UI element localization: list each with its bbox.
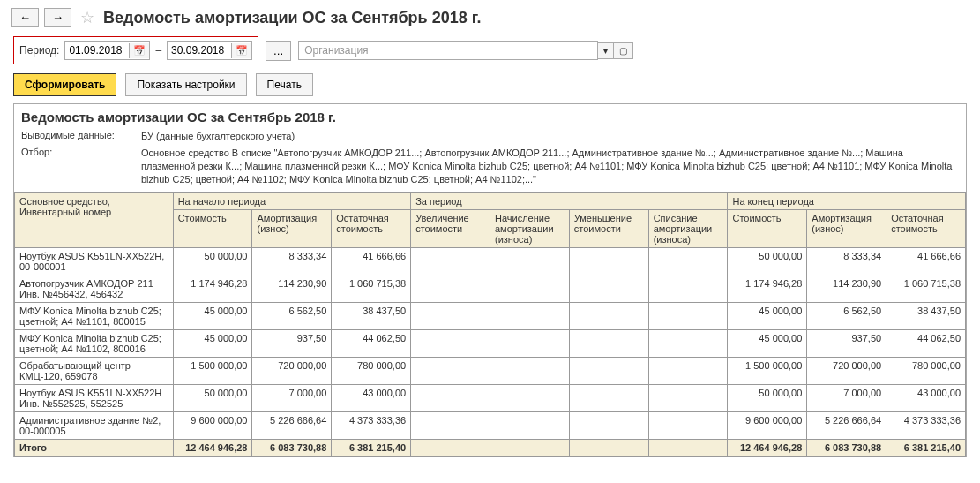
cell-e-res: 1 060 715,38 — [886, 275, 966, 303]
cell-wo — [648, 303, 728, 330]
cell-e-res: 4 373 333,36 — [886, 412, 966, 440]
cell-e-cost: 1 174 946,28 — [728, 275, 807, 303]
cell-wo — [648, 330, 728, 358]
cell-wo — [648, 275, 728, 303]
cell-wo — [648, 385, 728, 412]
report-table: Основное средство, Инвентарный номер На … — [14, 192, 966, 457]
cell-e-res: 38 437,50 — [886, 303, 966, 330]
table-row[interactable]: Ноутбук ASUS K551LN-XX522H, 00-00000150 … — [15, 248, 966, 275]
calendar-icon[interactable]: 📅 — [129, 43, 149, 58]
date-from-input[interactable] — [65, 42, 129, 59]
page-title: Ведомость амортизации ОС за Сентябрь 201… — [103, 9, 481, 27]
cell-inc — [411, 412, 490, 440]
cell-s-cost: 1 174 946,28 — [173, 275, 252, 303]
table-row[interactable]: Автопогрузчик АМКОДОР 211 Инв. №456432, … — [15, 275, 966, 303]
cell-s-res: 1 060 715,38 — [332, 275, 411, 303]
cell-s-amort: 720 000,00 — [252, 358, 332, 385]
cell-name: Административное здание №2, 00-000005 — [15, 412, 174, 440]
th-s-amort: Амортизация (износ) — [252, 210, 332, 248]
cell-name: МФУ Konica Minolta bizhub C25; цветной; … — [15, 303, 174, 330]
cell-inc — [411, 275, 490, 303]
cell-accr — [490, 385, 569, 412]
cell-dec — [569, 248, 648, 275]
th-wo: Списание амортизации (износа) — [648, 210, 728, 248]
th-period: За период — [411, 193, 728, 210]
th-s-res: Остаточная стоимость — [332, 210, 411, 248]
cell-s-amort: 7 000,00 — [252, 385, 332, 412]
back-button[interactable]: ← — [11, 8, 39, 27]
cell-name: МФУ Konica Minolta bizhub C25; цветной; … — [15, 330, 174, 358]
cell-e-cost: 9 600 000,00 — [728, 412, 807, 440]
table-row[interactable]: Административное здание №2, 00-0000059 6… — [15, 412, 966, 440]
cell-name: Автопогрузчик АМКОДОР 211 Инв. №456432, … — [15, 275, 174, 303]
cell-accr — [490, 275, 569, 303]
cell-e-amort: 114 230,90 — [807, 275, 886, 303]
cell-accr — [490, 330, 569, 358]
cell-dec — [569, 385, 648, 412]
cell-s-res: 4 373 333,36 — [332, 412, 411, 440]
cell-e-res: 41 666,66 — [886, 248, 966, 275]
period-picker-button[interactable]: ... — [266, 41, 291, 61]
forward-button[interactable]: → — [44, 8, 71, 27]
cell-name: Ноутбук ASUS K551LN-XX522H Инв. №552525,… — [15, 385, 174, 412]
cell-e-amort: 937,50 — [807, 330, 886, 358]
cell-s-cost: 1 500 000,00 — [173, 358, 252, 385]
cell-s-amort: 937,50 — [252, 330, 332, 358]
th-e-amort: Амортизация (износ) — [807, 210, 886, 248]
cell-s-amort: 6 562,50 — [252, 303, 332, 330]
cell-dec — [569, 330, 648, 358]
cell-e-amort: 5 226 666,64 — [807, 412, 886, 440]
cell-inc — [411, 248, 490, 275]
date-sep: – — [155, 44, 161, 57]
settings-button[interactable]: Показать настройки — [125, 73, 246, 96]
cell-e-amort: 720 000,00 — [807, 358, 886, 385]
data-label: Выводимые данные: — [21, 130, 127, 143]
cell-name: Ноутбук ASUS K551LN-XX522H, 00-000001 — [15, 248, 174, 275]
cell-e-cost: 50 000,00 — [728, 385, 807, 412]
print-button[interactable]: Печать — [256, 73, 313, 96]
cell-accr — [490, 358, 569, 385]
cell-wo — [648, 412, 728, 440]
cell-e-cost: 45 000,00 — [728, 303, 807, 330]
cell-s-res: 43 000,00 — [332, 385, 411, 412]
cell-name: Обрабатывающий центр КМЦ-120, 659078 — [15, 358, 174, 385]
cell-s-cost: 50 000,00 — [173, 248, 252, 275]
favorite-icon[interactable]: ☆ — [80, 8, 94, 27]
cell-s-amort: 8 333,34 — [252, 248, 332, 275]
th-s-cost: Стоимость — [173, 210, 252, 248]
cell-s-amort: 114 230,90 — [252, 275, 332, 303]
cell-e-amort: 7 000,00 — [807, 385, 886, 412]
table-row[interactable]: Ноутбук ASUS K551LN-XX522H Инв. №552525,… — [15, 385, 966, 412]
cell-total-label: Итого — [15, 440, 174, 457]
cell-inc — [411, 385, 490, 412]
cell-e-res: 780 000,00 — [886, 358, 966, 385]
date-from-wrapper: 📅 — [64, 41, 150, 60]
org-dropdown-button[interactable]: ▾ — [598, 42, 614, 59]
period-label: Период: — [19, 44, 59, 57]
organization-input[interactable]: Организация — [298, 41, 598, 60]
table-row[interactable]: Обрабатывающий центр КМЦ-120, 6590781 50… — [15, 358, 966, 385]
table-total-row: Итого12 464 946,286 083 730,886 381 215,… — [15, 440, 966, 457]
cell-dec — [569, 275, 648, 303]
cell-e-amort: 6 562,50 — [807, 303, 886, 330]
th-e-cost: Стоимость — [728, 210, 807, 248]
report-title: Ведомость амортизации ОС за Сентябрь 201… — [21, 109, 959, 125]
org-open-button[interactable]: ▢ — [614, 42, 633, 59]
cell-s-cost: 50 000,00 — [173, 385, 252, 412]
th-inc: Увеличение стоимости — [411, 210, 490, 248]
cell-inc — [411, 303, 490, 330]
cell-s-amort: 5 226 666,64 — [252, 412, 332, 440]
date-to-input[interactable] — [168, 42, 231, 59]
table-row[interactable]: МФУ Konica Minolta bizhub C25; цветной; … — [15, 303, 966, 330]
cell-s-res: 38 437,50 — [332, 303, 411, 330]
cell-e-cost: 1 500 000,00 — [728, 358, 807, 385]
form-button[interactable]: Сформировать — [13, 73, 116, 96]
cell-wo — [648, 358, 728, 385]
cell-e-amort: 8 333,34 — [807, 248, 886, 275]
calendar-icon[interactable]: 📅 — [231, 43, 251, 58]
cell-s-res: 44 062,50 — [332, 330, 411, 358]
cell-e-cost: 50 000,00 — [728, 248, 807, 275]
cell-e-res: 43 000,00 — [886, 385, 966, 412]
table-row[interactable]: МФУ Konica Minolta bizhub C25; цветной; … — [15, 330, 966, 358]
cell-s-cost: 9 600 000,00 — [173, 412, 252, 440]
